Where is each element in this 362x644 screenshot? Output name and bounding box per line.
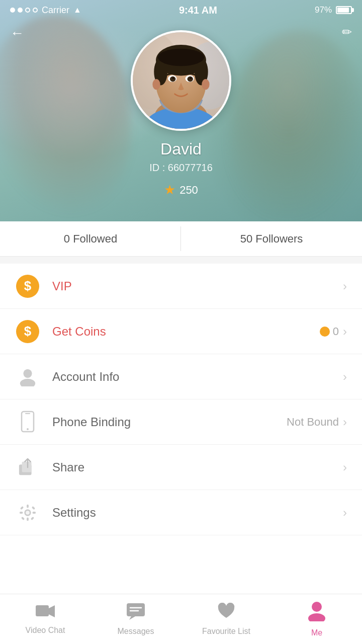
messages-icon [126, 603, 145, 624]
status-bar: Carrier ▲ 9:41 AM 97% [0, 0, 362, 20]
menu-item-settings[interactable]: Settings › [0, 490, 362, 535]
back-button[interactable]: ← [10, 25, 24, 41]
svg-rect-25 [22, 461, 32, 472]
svg-point-16 [190, 77, 192, 79]
star-icon: ★ [164, 182, 175, 198]
menu-item-vip[interactable]: $ VIP › [0, 264, 362, 309]
user-stars: ★ 250 [164, 182, 198, 198]
svg-point-13 [170, 76, 176, 82]
svg-point-18 [202, 79, 209, 90]
menu-list: $ VIP › $ Get Coins 0 › [0, 264, 362, 535]
svg-rect-38 [127, 603, 145, 616]
user-id: ID : 66077716 [149, 162, 213, 174]
svg-point-23 [27, 428, 29, 430]
account-info-label: Account Info [52, 370, 343, 384]
video-chat-icon [35, 604, 55, 623]
favourite-list-icon [217, 603, 235, 624]
me-icon [308, 601, 326, 625]
svg-rect-28 [27, 504, 29, 508]
menu-item-account-info[interactable]: Account Info › [0, 354, 362, 399]
dot-3 [25, 8, 30, 13]
svg-rect-30 [20, 512, 23, 514]
account-info-icon [15, 364, 40, 389]
video-chat-label: Video Chat [26, 626, 65, 635]
tab-messages[interactable]: Messages [90, 594, 181, 644]
share-icon [15, 455, 40, 480]
coins-chevron: › [343, 325, 347, 339]
account-info-chevron: › [343, 370, 347, 384]
vip-chevron: › [343, 279, 347, 293]
phone-binding-right: Not Bound › [287, 415, 347, 429]
svg-rect-36 [36, 605, 49, 616]
coin-circle-coins: $ [16, 320, 39, 343]
edit-button[interactable]: ✏ [342, 25, 352, 39]
status-time: 9:41 AM [179, 5, 217, 16]
star-count: 250 [179, 184, 198, 197]
svg-point-10 [158, 49, 204, 66]
vip-icon: $ [15, 274, 40, 299]
svg-point-17 [152, 79, 160, 90]
carrier-label: Carrier [42, 5, 69, 16]
followers-label: 50 Followers [240, 232, 303, 246]
status-right: 97% [315, 5, 352, 15]
content-area: 0 Followed 50 Followers $ VIP › $ Get Co… [0, 221, 362, 594]
vip-label: VIP [52, 279, 343, 293]
menu-item-share[interactable]: Share › [0, 445, 362, 490]
tab-me[interactable]: Me [272, 594, 362, 644]
svg-rect-22 [25, 413, 30, 414]
svg-point-15 [172, 77, 174, 79]
svg-marker-37 [49, 605, 55, 617]
coin-dot [320, 327, 330, 337]
svg-point-42 [308, 613, 325, 621]
phone-binding-chevron: › [343, 415, 347, 429]
account-info-right: › [343, 370, 347, 384]
tab-favourite-list[interactable]: Favourite List [181, 594, 272, 644]
followed-label: 0 Followed [64, 232, 117, 246]
get-coins-icon: $ [15, 319, 40, 344]
user-name: David [160, 140, 202, 158]
get-coins-right: 0 › [320, 325, 347, 339]
svg-point-14 [187, 76, 193, 82]
svg-point-27 [26, 511, 30, 515]
battery-fill [337, 8, 349, 13]
svg-rect-32 [20, 506, 24, 509]
followers-stat[interactable]: 50 Followers [181, 221, 362, 256]
status-left: Carrier ▲ [10, 5, 81, 16]
share-chevron: › [343, 460, 347, 474]
battery-percent: 97% [315, 5, 332, 15]
stats-row: 0 Followed 50 Followers [0, 221, 362, 257]
me-label: Me [311, 628, 322, 637]
dot-2 [18, 8, 23, 13]
settings-icon [15, 500, 40, 525]
avatar [131, 30, 231, 131]
coin-count: 0 [333, 325, 339, 338]
hero-section: ← ✏ [0, 0, 362, 221]
spacer-1 [0, 257, 362, 264]
settings-chevron: › [343, 506, 347, 520]
settings-right: › [343, 506, 347, 520]
svg-point-20 [20, 378, 35, 386]
wifi-icon: ▲ [73, 6, 81, 15]
tab-bar: Video Chat Messages Favourite List [0, 594, 362, 644]
phone-binding-label: Phone Binding [52, 415, 287, 429]
not-bound-text: Not Bound [287, 416, 339, 429]
svg-rect-31 [33, 512, 36, 514]
vip-right: › [343, 279, 347, 293]
favourite-list-label: Favourite List [202, 627, 250, 636]
battery-icon [336, 6, 352, 14]
coin-circle-vip: $ [16, 275, 39, 298]
share-right: › [343, 460, 347, 474]
share-label: Share [52, 460, 343, 474]
dot-1 [10, 8, 15, 13]
dot-4 [33, 8, 38, 13]
svg-rect-29 [27, 517, 29, 521]
menu-item-get-coins[interactable]: $ Get Coins 0 › [0, 309, 362, 354]
get-coins-label: Get Coins [52, 325, 320, 339]
messages-label: Messages [118, 627, 154, 636]
svg-rect-34 [21, 516, 25, 520]
bg-face-right [231, 30, 362, 221]
tab-video-chat[interactable]: Video Chat [0, 594, 90, 644]
followed-stat[interactable]: 0 Followed [0, 221, 181, 256]
svg-rect-33 [32, 506, 35, 509]
menu-item-phone-binding[interactable]: Phone Binding Not Bound › [0, 399, 362, 445]
